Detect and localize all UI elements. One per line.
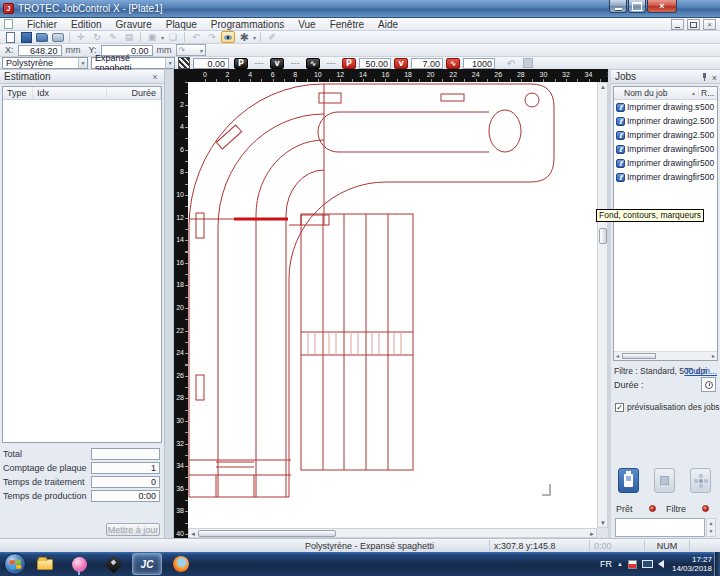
pin-icon[interactable] xyxy=(701,73,708,81)
estimation-close-icon[interactable]: × xyxy=(150,72,160,82)
mdi-restore-button[interactable] xyxy=(687,19,700,30)
column-type[interactable]: Type xyxy=(3,87,33,99)
param-value[interactable]: 7.00 xyxy=(411,58,443,69)
canvas-horizontal-scrollbar[interactable]: ◄ ► xyxy=(188,528,597,538)
taskbar-explorer[interactable] xyxy=(30,553,60,575)
action-center-flag-icon[interactable] xyxy=(628,560,637,569)
menu-edition[interactable]: Edition xyxy=(64,18,109,31)
red-param-ppi-icon[interactable]: ∿ xyxy=(446,58,460,69)
param-value[interactable]: --- xyxy=(251,58,267,68)
dropdown-arrow-icon[interactable]: ▼ xyxy=(78,58,87,68)
show-desktop-button[interactable] xyxy=(714,552,720,576)
scroll-right-icon[interactable]: ► xyxy=(589,530,595,538)
thickness-input[interactable]: 0.00 xyxy=(193,58,229,69)
duration-clock-button[interactable] xyxy=(701,377,716,392)
open-icon[interactable] xyxy=(35,31,49,43)
x-position-input[interactable]: 648.20 xyxy=(18,45,62,56)
close-button[interactable] xyxy=(647,0,677,13)
material-thickness-icon[interactable] xyxy=(178,57,190,69)
edit-caret-icon[interactable]: ▾ xyxy=(161,34,164,41)
stop-button[interactable] xyxy=(654,468,675,493)
panel-splitter[interactable] xyxy=(165,70,174,538)
update-button[interactable]: Mettre à jour xyxy=(106,523,160,536)
gear-caret-icon[interactable]: ▾ xyxy=(253,34,256,41)
param-value[interactable]: --- xyxy=(323,58,339,68)
display-icon[interactable] xyxy=(642,560,653,568)
save-icon[interactable] xyxy=(19,31,33,43)
red-param-power-icon[interactable]: P xyxy=(342,58,356,69)
redo-small-icon[interactable]: ↷ xyxy=(205,31,219,43)
scroll-left-icon[interactable]: ◄ xyxy=(190,530,196,538)
preview-checkbox[interactable] xyxy=(615,403,624,412)
estimation-list[interactable]: Type Idx Durée xyxy=(2,86,162,443)
menu-aide[interactable]: Aide xyxy=(371,18,405,31)
move-icon[interactable]: ✛ xyxy=(74,31,88,43)
dropdown-arrow-icon[interactable]: ▼ xyxy=(165,58,174,68)
menu-fichier[interactable]: Fichier xyxy=(20,18,64,31)
save-params-icon[interactable] xyxy=(521,57,535,69)
taskbar-jobcontrol[interactable]: JC xyxy=(132,553,162,575)
taskbar-paint[interactable] xyxy=(64,553,94,575)
vscroll-thumb[interactable] xyxy=(599,228,607,244)
canvas-vertical-scrollbar[interactable]: ▲ ▼ xyxy=(597,82,608,528)
message-box-scrollbar[interactable]: ▲▼ xyxy=(706,518,716,537)
param-value[interactable]: 1000 xyxy=(463,58,495,69)
tray-expand-icon[interactable]: ▲ xyxy=(617,561,623,567)
job-row[interactable]: fImprimer drawing2.svg...500 xyxy=(614,128,717,142)
new-plate-icon[interactable] xyxy=(3,31,17,43)
filter-all-link[interactable]: Tout m... xyxy=(684,366,717,376)
jobs-horizontal-scrollbar[interactable]: ◄ ► xyxy=(614,351,717,360)
volume-icon[interactable] xyxy=(658,560,664,568)
marker-pen-icon[interactable]: ✐ xyxy=(265,31,279,43)
print-icon[interactable] xyxy=(51,31,65,43)
taskbar-firefox[interactable] xyxy=(166,553,196,575)
column-job-name[interactable]: Nom du job ▲ xyxy=(614,87,699,99)
job-row[interactable]: fImprimer drawingfinal...500 xyxy=(614,142,717,156)
scroll-up-icon[interactable]: ▲ xyxy=(600,83,606,91)
undo-small-icon[interactable]: ↶ xyxy=(189,31,203,43)
column-duration[interactable]: Durée xyxy=(107,87,161,99)
column-resolution[interactable]: R... xyxy=(699,87,717,99)
menu-fenêtre[interactable]: Fenêtre xyxy=(323,18,371,31)
language-indicator[interactable]: FR xyxy=(600,559,612,569)
jobs-close-icon[interactable]: × xyxy=(712,73,717,83)
scroll-down-icon[interactable]: ▼ xyxy=(600,519,606,527)
mdi-close-button[interactable] xyxy=(703,19,716,30)
red-param-speed-icon[interactable]: v xyxy=(394,58,408,69)
taskbar-clock[interactable]: 17:27 14/03/2018 xyxy=(672,555,712,573)
material-dropdown[interactable]: Polystyrène ▼ xyxy=(2,57,88,69)
start-button[interactable] xyxy=(4,553,26,575)
job-row[interactable]: fImprimer drawingfinal...500 xyxy=(614,170,717,184)
preview-eye-icon[interactable] xyxy=(221,31,235,43)
plate-canvas[interactable] xyxy=(188,82,597,528)
hscroll-thumb[interactable] xyxy=(198,530,336,537)
param-value[interactable]: 50.00 xyxy=(359,58,391,69)
duplicate-icon[interactable]: ▤ xyxy=(122,31,136,43)
menu-vue[interactable]: Vue xyxy=(291,18,322,31)
scroll-right-icon[interactable]: ► xyxy=(711,353,716,359)
param-value[interactable]: --- xyxy=(287,58,303,68)
rotate-icon[interactable]: ↻ xyxy=(90,31,104,43)
undo-icon[interactable]: ↶ xyxy=(504,57,518,69)
job-row[interactable]: fImprimer drawing2.svg500 xyxy=(614,114,717,128)
black-param-speed-icon[interactable]: v xyxy=(270,58,284,69)
edit-icon[interactable]: ▣ xyxy=(145,31,159,43)
menu-programmations[interactable]: Programmations xyxy=(204,18,291,31)
job-row[interactable]: fImprimer drawingfinal...500 xyxy=(614,156,717,170)
maximize-button[interactable] xyxy=(628,0,646,13)
black-param-ppi-icon[interactable]: ∿ xyxy=(306,58,320,69)
material-variant-dropdown[interactable]: Expansé spaghetti ▼ xyxy=(91,57,175,69)
pipette-icon[interactable]: ✎ xyxy=(106,31,120,43)
scroll-left-icon[interactable]: ◄ xyxy=(615,353,620,359)
message-box[interactable] xyxy=(615,518,705,537)
taskbar-inkscape[interactable] xyxy=(98,553,128,575)
mdi-minimize-button[interactable] xyxy=(671,19,684,30)
group-icon[interactable]: ❏ xyxy=(166,31,180,43)
exhaust-fan-button[interactable] xyxy=(690,468,711,493)
job-row[interactable]: fImprimer drawing.svg500 xyxy=(614,100,717,114)
black-param-power-icon[interactable]: P xyxy=(234,58,248,69)
menu-gravure[interactable]: Gravure xyxy=(109,18,159,31)
rotation-dropdown[interactable]: ▾ xyxy=(176,44,206,56)
minimize-button[interactable] xyxy=(609,0,627,13)
usb-connect-button[interactable] xyxy=(618,468,639,493)
